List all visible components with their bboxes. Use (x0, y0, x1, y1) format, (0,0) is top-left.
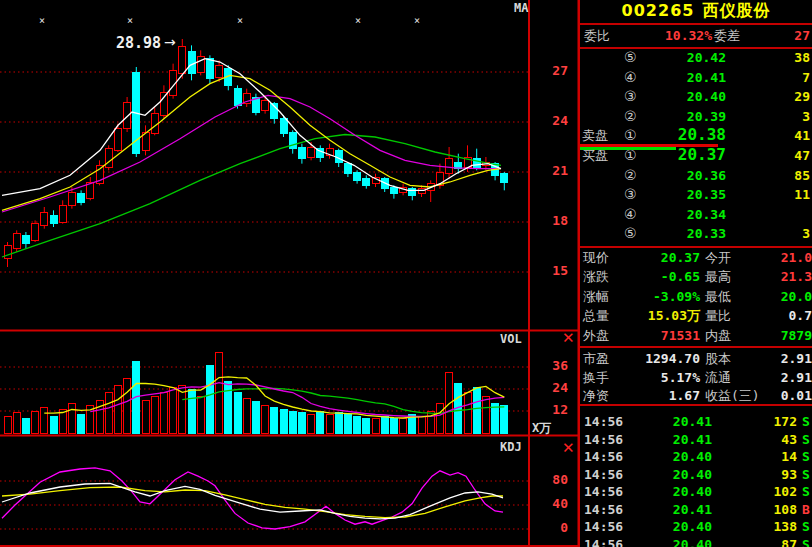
tape-row: 14:5620.41108B (580, 501, 812, 519)
ladder-volume: 11 (760, 185, 810, 205)
tape-volume: 102 (720, 483, 797, 501)
fund-value: 1294.70 (618, 349, 700, 368)
info-label: 涨跌 (583, 267, 609, 286)
kdj-panel[interactable] (0, 437, 528, 547)
bid-row-④[interactable]: ④20.34 (580, 205, 812, 225)
fundamental-row: 净资1.67收益(三)0.01 (580, 386, 812, 405)
weibi-label: 委比 (584, 26, 610, 46)
axis-tick-label: 21 (528, 163, 574, 178)
info-row: 外盘71531内盘7879 (580, 326, 812, 345)
ladder-price: 20.35 (646, 185, 726, 205)
tape-price: 20.40 (656, 448, 712, 466)
ladder-volume: 29 (760, 87, 810, 107)
fund-value: 0.01 (756, 386, 812, 405)
weicha-label: 委差 (714, 26, 740, 46)
axis-tick-label: 24 (528, 113, 574, 128)
info-label: 最高 (705, 267, 731, 286)
ladder-price: 20.36 (646, 166, 726, 186)
axis-tick-label: 0 (528, 520, 574, 535)
kdj-label: KDJ (500, 440, 522, 454)
tape-row: 14:5620.4087S (580, 536, 812, 547)
tape-price: 20.41 (656, 413, 712, 431)
info-row: 现价20.37今开21.0 (580, 248, 812, 267)
stock-name: 西仪股份 (702, 1, 770, 20)
tape-price: 20.40 (656, 536, 712, 547)
fund-label: 股本 (705, 349, 731, 368)
main-candlestick-panel[interactable] (0, 0, 528, 330)
volume-panel[interactable] (0, 332, 528, 434)
info-value: 20.37 (618, 248, 700, 267)
tape-time: 14:56 (584, 501, 623, 519)
ladder-price: 20.33 (646, 224, 726, 244)
info-label: 涨幅 (583, 287, 609, 306)
ladder-level-icon: ② (624, 166, 637, 186)
tape-direction-flag: B (802, 501, 810, 519)
ladder-level-icon: ⑤ (624, 224, 637, 244)
info-label: 现价 (583, 248, 609, 267)
tape-volume: 87 (720, 536, 797, 547)
tape-time: 14:56 (584, 536, 623, 547)
tape-volume: 14 (720, 448, 797, 466)
tape-volume: 93 (720, 466, 797, 484)
tape-time: 14:56 (584, 413, 623, 431)
ladder-level-icon: ② (624, 107, 637, 127)
ladder-price: 20.42 (646, 48, 726, 68)
quote-panel: 002265西仪股份 委比 10.32% 委差 27 ⑤20.4238④20.4… (578, 0, 812, 547)
fundamental-row: 换手5.17%流通2.91 (580, 368, 812, 387)
ma-label: MA (514, 1, 528, 15)
tape-time: 14:56 (584, 466, 623, 484)
ask-row-③[interactable]: ③20.4029 (580, 87, 812, 107)
axis-tick-label: 18 (528, 213, 574, 228)
tape-direction-flag: S (802, 518, 810, 536)
fund-label: 流通 (705, 368, 731, 387)
info-row: 涨跌-0.65最高21.3 (580, 267, 812, 286)
ladder-level-icon: ③ (624, 87, 637, 107)
tape-price: 20.40 (656, 466, 712, 484)
fund-value: 2.91 (756, 349, 812, 368)
ladder-volume: 85 (760, 166, 810, 186)
info-value: -3.09% (618, 287, 700, 306)
ladder-level-icon: ⑤ (624, 48, 637, 68)
info-value: 71531 (618, 326, 700, 345)
tape-row: 14:5620.40138S (580, 518, 812, 536)
fund-value: 1.67 (618, 386, 700, 405)
tape-volume: 172 (720, 413, 797, 431)
fund-value: 2.91 (756, 368, 812, 387)
stock-code: 002265 (622, 1, 695, 20)
ask-row-②[interactable]: ②20.393 (580, 107, 812, 127)
axis-tick-label: 80 (528, 472, 574, 487)
ladder-level-icon: ③ (624, 185, 637, 205)
ladder-volume: 3 (760, 107, 810, 127)
axis-tick-label: 36 (528, 358, 574, 373)
divider (580, 404, 812, 406)
weicha-value: 27 (760, 26, 810, 46)
axis-tick-label: 40 (528, 496, 574, 511)
tape-row: 14:5620.4093S (580, 466, 812, 484)
tape-volume: 43 (720, 431, 797, 449)
ladder-level-icon: ④ (624, 68, 637, 88)
bid-row-⑤[interactable]: ⑤20.333 (580, 224, 812, 244)
fund-label: 换手 (583, 368, 609, 387)
info-label: 量比 (705, 306, 731, 325)
ask-row-⑤[interactable]: ⑤20.4238 (580, 48, 812, 68)
info-value: 7879 (756, 326, 812, 345)
kdj-panel-close-icon[interactable]: ✕ (562, 441, 575, 455)
vol-panel-close-icon[interactable]: ✕ (562, 331, 575, 345)
bid-row-③[interactable]: ③20.3511 (580, 185, 812, 205)
bid-row-②[interactable]: ②20.3685 (580, 166, 812, 186)
axis-tick-label: 15 (528, 263, 574, 278)
tape-time: 14:56 (584, 518, 623, 536)
ladder-volume: 7 (760, 68, 810, 88)
bid-ask-divider (580, 144, 812, 147)
vol-label: VOL (500, 332, 522, 346)
tape-direction-flag: S (802, 413, 810, 431)
ladder-volume: 3 (760, 224, 810, 244)
ladder-volume: 47 (760, 146, 810, 166)
ask-row-④[interactable]: ④20.417 (580, 68, 812, 88)
tape-direction-flag: S (802, 431, 810, 449)
tape-volume: 138 (720, 518, 797, 536)
ladder-price: 20.40 (646, 87, 726, 107)
vol-unit-label: X万 (532, 420, 551, 437)
divider (580, 346, 812, 348)
ladder-price: 20.41 (646, 68, 726, 88)
